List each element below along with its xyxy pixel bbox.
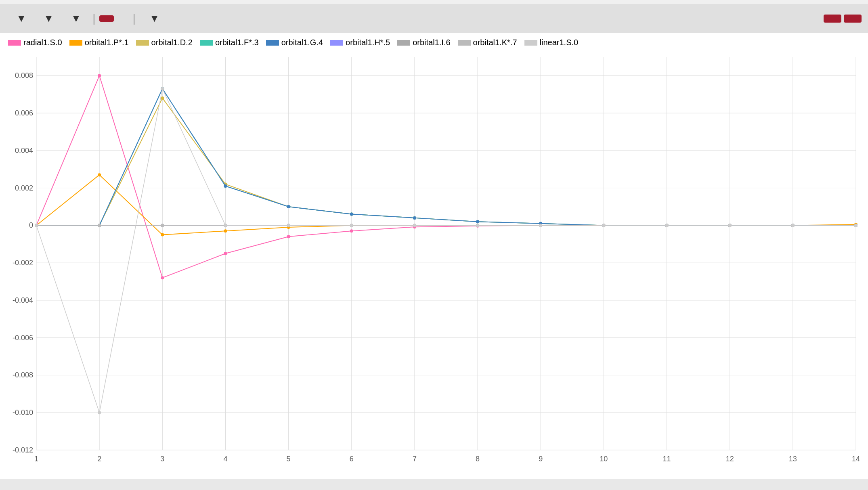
svg-text:-0.004: -0.004 bbox=[13, 296, 33, 304]
decimal2-button[interactable] bbox=[844, 15, 862, 23]
svg-text:14: 14 bbox=[852, 455, 860, 463]
svg-text:6: 6 bbox=[350, 455, 354, 463]
term-dropdown-icon: ▼ bbox=[71, 12, 81, 25]
svg-point-167 bbox=[224, 224, 227, 227]
svg-text:0.004: 0.004 bbox=[15, 147, 33, 155]
svg-point-82 bbox=[161, 96, 164, 100]
svg-text:-0.012: -0.012 bbox=[13, 446, 33, 454]
svg-text:-0.006: -0.006 bbox=[13, 334, 33, 342]
svg-point-176 bbox=[791, 224, 795, 227]
ion-dropdown-icon: ▼ bbox=[44, 12, 54, 25]
svg-point-113 bbox=[350, 213, 353, 216]
separator-2: | bbox=[128, 12, 139, 25]
svg-point-67 bbox=[98, 173, 101, 176]
svg-point-68 bbox=[161, 233, 164, 237]
toolbar: ▼ ▼ ▼ | | ▼ bbox=[0, 4, 868, 33]
chart-area: 0.0080.0060.0040.0020-0.002-0.004-0.006-… bbox=[0, 49, 868, 470]
svg-point-165 bbox=[98, 411, 101, 414]
svg-point-171 bbox=[476, 224, 479, 227]
svg-text:8: 8 bbox=[476, 455, 480, 463]
svg-point-164 bbox=[35, 224, 38, 227]
svg-point-114 bbox=[413, 216, 416, 220]
svg-text:4: 4 bbox=[223, 455, 227, 463]
svg-text:0.006: 0.006 bbox=[15, 109, 33, 117]
svg-point-55 bbox=[224, 252, 227, 255]
ion-button[interactable]: ▼ bbox=[34, 9, 61, 28]
svg-text:-0.008: -0.008 bbox=[13, 371, 33, 379]
svg-point-69 bbox=[224, 229, 227, 232]
svg-point-169 bbox=[350, 224, 353, 227]
svg-point-152 bbox=[161, 224, 164, 227]
svg-text:1: 1 bbox=[34, 455, 38, 463]
legend-item: orbital1.F*.3 bbox=[200, 38, 259, 47]
decimal1-button[interactable] bbox=[824, 15, 841, 23]
svg-text:5: 5 bbox=[287, 455, 291, 463]
legend-item: orbital1.K*.7 bbox=[458, 38, 517, 47]
svg-text:12: 12 bbox=[726, 455, 734, 463]
svg-point-53 bbox=[98, 74, 101, 77]
svg-text:7: 7 bbox=[413, 455, 417, 463]
svg-point-56 bbox=[287, 235, 290, 238]
svg-point-172 bbox=[539, 224, 542, 227]
option-button[interactable]: ▼ bbox=[6, 9, 34, 28]
svg-text:0: 0 bbox=[29, 221, 33, 229]
chart-svg: 0.0080.0060.0040.0020-0.002-0.004-0.006-… bbox=[0, 49, 868, 470]
svg-point-57 bbox=[350, 229, 353, 232]
svg-text:13: 13 bbox=[789, 455, 797, 463]
separator-1: | bbox=[88, 12, 99, 25]
svg-point-111 bbox=[224, 184, 227, 188]
svg-text:2: 2 bbox=[97, 455, 101, 463]
legend-item: orbital1.D.2 bbox=[136, 38, 193, 47]
svg-point-115 bbox=[476, 220, 479, 223]
legend: radial1.S.0orbital1.P*.1orbital1.D.2orbi… bbox=[0, 33, 868, 49]
graph-button[interactable]: ▼ bbox=[140, 9, 167, 28]
svg-point-177 bbox=[854, 224, 858, 227]
svg-point-170 bbox=[413, 224, 416, 227]
term-button[interactable]: ▼ bbox=[61, 9, 88, 28]
svg-rect-0 bbox=[0, 49, 868, 470]
legend-item: orbital1.I.6 bbox=[397, 38, 450, 47]
svg-point-173 bbox=[602, 224, 605, 227]
svg-text:10: 10 bbox=[600, 455, 608, 463]
chart-container: radial1.S.0orbital1.P*.1orbital1.D.2orbi… bbox=[0, 33, 868, 479]
ether-button[interactable] bbox=[114, 15, 128, 22]
legend-item: radial1.S.0 bbox=[8, 38, 62, 47]
legend-item: orbital1.P*.1 bbox=[69, 38, 129, 47]
title-bar bbox=[0, 0, 868, 4]
svg-text:11: 11 bbox=[663, 455, 671, 463]
svg-point-151 bbox=[98, 224, 101, 227]
option-dropdown-icon: ▼ bbox=[16, 12, 27, 25]
orbital-button[interactable] bbox=[99, 15, 114, 22]
svg-text:0.002: 0.002 bbox=[15, 184, 33, 192]
svg-text:3: 3 bbox=[160, 455, 164, 463]
svg-point-112 bbox=[287, 205, 290, 208]
svg-point-166 bbox=[161, 87, 164, 90]
graph-dropdown-icon: ▼ bbox=[149, 12, 160, 25]
svg-point-168 bbox=[287, 224, 290, 227]
legend-item: linear1.S.0 bbox=[524, 38, 579, 47]
svg-point-54 bbox=[161, 276, 164, 279]
legend-item: orbital1.G.4 bbox=[266, 38, 323, 47]
svg-point-175 bbox=[728, 224, 732, 227]
svg-text:-0.002: -0.002 bbox=[13, 259, 33, 267]
svg-text:0.008: 0.008 bbox=[15, 71, 33, 80]
svg-point-174 bbox=[665, 224, 669, 227]
svg-text:9: 9 bbox=[539, 455, 543, 463]
legend-item: orbital1.H*.5 bbox=[330, 38, 390, 47]
svg-text:-0.010: -0.010 bbox=[13, 408, 33, 417]
